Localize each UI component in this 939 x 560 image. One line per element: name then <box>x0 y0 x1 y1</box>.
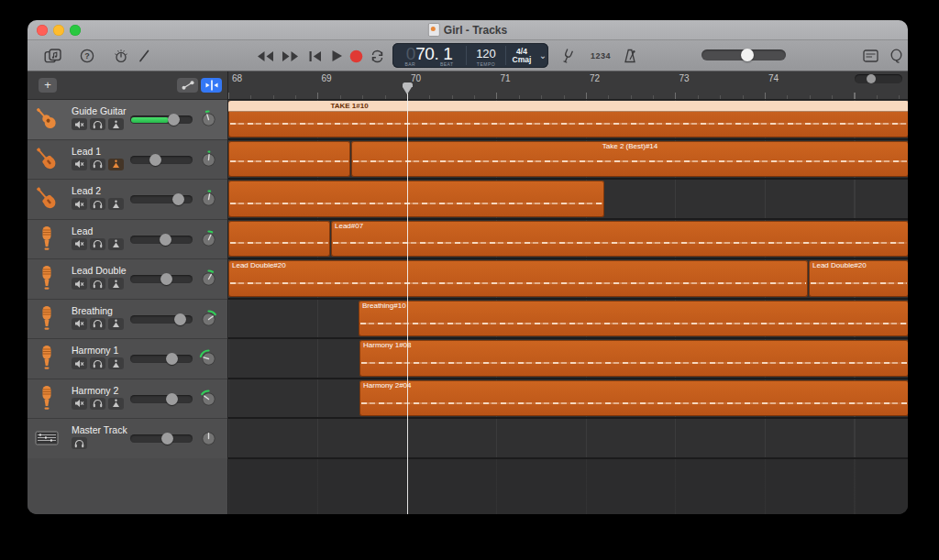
track-header-harmony-1[interactable]: Harmony 1 <box>28 339 227 379</box>
track-header-lead-double[interactable]: Lead Double <box>28 259 227 300</box>
audio-region-take-110[interactable]: TAKE 1#10 <box>228 101 908 137</box>
volume-slider-knob[interactable] <box>161 433 173 445</box>
cycle-icon[interactable] <box>367 48 387 64</box>
track-header-master-track[interactable]: Master Track <box>28 419 227 459</box>
volume-slider-knob[interactable] <box>168 114 180 126</box>
editors-icon[interactable] <box>134 48 154 64</box>
track-volume-slider[interactable] <box>130 236 193 244</box>
pan-knob[interactable] <box>199 390 218 409</box>
ruler[interactable]: 6869707172737475 <box>228 71 908 100</box>
solo-button[interactable] <box>90 398 105 410</box>
loop-browser-icon[interactable] <box>886 48 906 64</box>
rewind-icon[interactable] <box>255 48 275 64</box>
input-monitoring-button[interactable] <box>108 357 124 369</box>
track-header-guide-guitar[interactable]: Guide Guitar <box>28 100 227 140</box>
volume-slider-knob[interactable] <box>172 193 184 205</box>
volume-slider-knob[interactable] <box>149 154 161 166</box>
track-volume-slider[interactable] <box>130 115 193 124</box>
track-lane-breathing[interactable]: Breathing#10 <box>228 300 908 340</box>
track-volume-slider[interactable] <box>130 275 193 283</box>
input-monitoring-button[interactable] <box>108 118 124 130</box>
timeline-empty-area[interactable] <box>228 459 908 515</box>
volume-slider-knob[interactable] <box>160 234 171 246</box>
pan-knob[interactable] <box>199 110 218 129</box>
input-monitoring-button[interactable] <box>108 398 124 410</box>
track-lane-lead-2[interactable] <box>228 180 908 220</box>
track-volume-slider[interactable] <box>130 315 193 324</box>
mute-button[interactable] <box>72 238 87 250</box>
go-to-beginning-icon[interactable] <box>304 48 325 64</box>
volume-slider-knob[interactable] <box>174 313 186 325</box>
zoom-slider-knob[interactable] <box>867 74 876 83</box>
pan-knob[interactable] <box>199 349 218 368</box>
lcd-display[interactable]: 070.1 BAR BEAT 120 TEMPO 4/4 Cmaj <box>392 43 548 68</box>
catch-playhead-button[interactable] <box>201 78 222 93</box>
audio-region-harmony-108[interactable]: Harmony 1#08 <box>359 340 908 377</box>
mute-button[interactable] <box>72 278 87 290</box>
mute-button[interactable] <box>72 198 87 210</box>
timeline[interactable]: 6869707172737475 TAKE 1#10Take 2 (Best)#… <box>228 71 908 514</box>
automation-button[interactable] <box>177 78 198 93</box>
solo-button[interactable] <box>90 159 105 170</box>
close-button[interactable] <box>37 25 48 36</box>
solo-button[interactable] <box>90 278 105 290</box>
volume-slider-knob[interactable] <box>166 353 178 365</box>
add-track-button[interactable]: + <box>39 78 57 93</box>
track-header-lead-1[interactable]: Lead 1 <box>28 140 227 181</box>
track-volume-slider[interactable] <box>130 156 193 164</box>
input-monitoring-button[interactable] <box>108 198 124 210</box>
track-volume-slider[interactable] <box>130 395 193 403</box>
input-monitoring-button[interactable] <box>108 238 124 250</box>
chevron-down-icon[interactable]: ⌄ <box>537 43 548 68</box>
pan-knob[interactable] <box>199 230 218 249</box>
solo-button[interactable] <box>90 357 105 369</box>
mute-button[interactable] <box>72 118 87 130</box>
minimize-button[interactable] <box>53 25 64 36</box>
audio-region-take-2-best14[interactable]: Take 2 (Best)#14 <box>351 141 908 178</box>
track-volume-slider[interactable] <box>130 434 193 443</box>
mute-button[interactable] <box>72 357 87 369</box>
pan-knob[interactable] <box>199 310 218 329</box>
track-header-lead-2[interactable]: Lead 2 <box>28 180 227 220</box>
pan-knob[interactable] <box>199 150 218 170</box>
zoom-window-button[interactable] <box>70 25 81 36</box>
track-lane-lead-1[interactable]: Take 2 (Best)#14 <box>228 140 908 181</box>
mute-button[interactable] <box>72 398 87 410</box>
audio-region-lead-double20[interactable]: Lead Double#20 <box>228 260 808 297</box>
track-header-breathing[interactable]: Breathing <box>28 300 227 340</box>
mute-button[interactable] <box>72 159 87 170</box>
track-header-lead[interactable]: Lead <box>28 220 227 260</box>
horizontal-zoom-slider[interactable] <box>855 74 902 83</box>
fast-forward-icon[interactable] <box>281 48 301 64</box>
pan-knob[interactable] <box>199 190 218 209</box>
input-monitoring-button[interactable] <box>108 278 124 290</box>
play-icon[interactable] <box>326 48 347 64</box>
master-volume-knob[interactable] <box>741 49 754 61</box>
track-lane-guide-guitar[interactable]: TAKE 1#10 <box>228 100 908 140</box>
smart-controls-icon[interactable] <box>111 48 131 64</box>
solo-button[interactable] <box>90 118 105 130</box>
metronome-icon[interactable] <box>620 48 640 64</box>
library-icon[interactable] <box>42 48 62 64</box>
display-mode-icon[interactable] <box>860 48 880 64</box>
solo-button[interactable] <box>90 238 105 250</box>
quick-help-icon[interactable]: ? <box>77 48 97 64</box>
audio-region-lead-double20[interactable]: Lead Double#20 <box>809 260 908 297</box>
solo-button[interactable] <box>90 318 105 330</box>
tuner-icon[interactable] <box>558 48 578 64</box>
record-icon[interactable] <box>346 48 366 64</box>
solo-button[interactable] <box>90 198 105 210</box>
pan-knob[interactable] <box>199 429 218 448</box>
track-lane-harmony-2[interactable]: Harmony 2#04 <box>228 379 908 420</box>
audio-region[interactable] <box>228 221 330 258</box>
track-lane-harmony-1[interactable]: Harmony 1#08 <box>228 339 908 379</box>
audio-region-harmony-204[interactable]: Harmony 2#04 <box>359 380 908 417</box>
volume-slider-knob[interactable] <box>160 273 172 285</box>
input-monitoring-button[interactable] <box>108 318 124 330</box>
track-volume-slider[interactable] <box>130 195 193 203</box>
track-lane-lead-double[interactable]: Lead Double#20Lead Double#20 <box>228 259 908 300</box>
audio-region-breathing10[interactable]: Breathing#10 <box>359 301 908 337</box>
solo-button[interactable] <box>72 437 87 449</box>
audio-region-lead07[interactable]: Lead#07 <box>331 221 908 258</box>
track-lane-master-track[interactable] <box>228 419 908 459</box>
